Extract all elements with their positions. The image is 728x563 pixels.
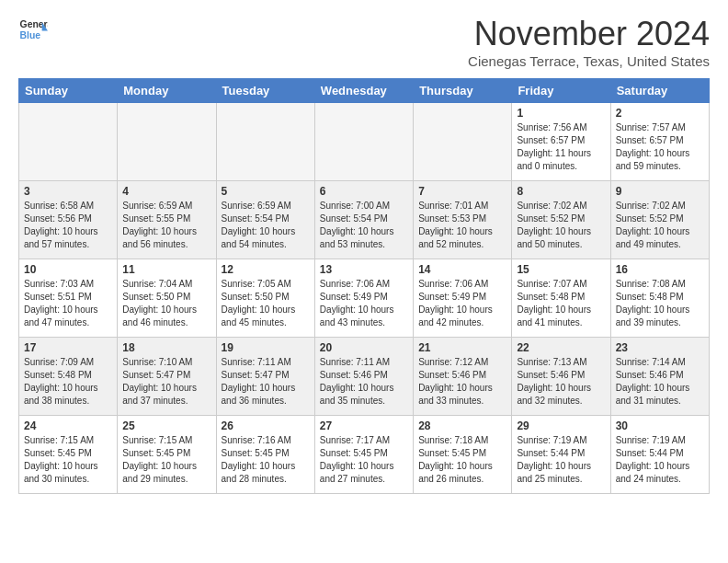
day-number: 13: [320, 263, 408, 276]
calendar-cell: 30Sunrise: 7:19 AM Sunset: 5:44 PM Dayli…: [610, 416, 709, 494]
weekday-header-saturday: Saturday: [610, 79, 709, 103]
calendar-cell: 8Sunrise: 7:02 AM Sunset: 5:52 PM Daylig…: [512, 181, 610, 259]
calendar-cell: 27Sunrise: 7:17 AM Sunset: 5:45 PM Dayli…: [314, 416, 413, 494]
calendar-cell: [216, 103, 314, 181]
calendar-table: SundayMondayTuesdayWednesdayThursdayFrid…: [18, 78, 710, 494]
day-number: 7: [418, 185, 506, 198]
calendar-cell: 17Sunrise: 7:09 AM Sunset: 5:48 PM Dayli…: [19, 338, 118, 416]
day-info: Sunrise: 7:19 AM Sunset: 5:44 PM Dayligh…: [616, 434, 704, 486]
day-number: 27: [320, 419, 408, 432]
day-info: Sunrise: 7:11 AM Sunset: 5:46 PM Dayligh…: [320, 356, 408, 408]
day-number: 6: [320, 185, 408, 198]
day-number: 10: [24, 263, 112, 276]
calendar-cell: 16Sunrise: 7:08 AM Sunset: 5:48 PM Dayli…: [610, 259, 709, 338]
calendar-cell: 21Sunrise: 7:12 AM Sunset: 5:46 PM Dayli…: [414, 338, 512, 416]
calendar-cell: 29Sunrise: 7:19 AM Sunset: 5:44 PM Dayli…: [512, 416, 610, 494]
day-number: 19: [222, 341, 310, 354]
day-number: 29: [517, 419, 605, 432]
calendar-cell: 15Sunrise: 7:07 AM Sunset: 5:48 PM Dayli…: [512, 259, 610, 338]
logo: General Blue: [18, 15, 48, 44]
day-info: Sunrise: 7:10 AM Sunset: 5:47 PM Dayligh…: [122, 356, 210, 408]
day-info: Sunrise: 7:00 AM Sunset: 5:54 PM Dayligh…: [320, 200, 408, 251]
day-number: 26: [222, 419, 310, 432]
calendar-cell: 7Sunrise: 7:01 AM Sunset: 5:53 PM Daylig…: [414, 181, 512, 259]
day-number: 11: [122, 263, 210, 276]
calendar-cell: 9Sunrise: 7:02 AM Sunset: 5:52 PM Daylig…: [610, 181, 709, 259]
calendar-cell: 19Sunrise: 7:11 AM Sunset: 5:47 PM Dayli…: [216, 338, 314, 416]
day-info: Sunrise: 7:56 AM Sunset: 6:57 PM Dayligh…: [517, 121, 605, 173]
calendar-cell: 4Sunrise: 6:59 AM Sunset: 5:55 PM Daylig…: [118, 181, 216, 259]
day-number: 25: [122, 419, 210, 432]
calendar-cell: 28Sunrise: 7:18 AM Sunset: 5:45 PM Dayli…: [414, 416, 512, 494]
weekday-header-friday: Friday: [512, 79, 610, 103]
day-info: Sunrise: 6:59 AM Sunset: 5:54 PM Dayligh…: [222, 200, 310, 251]
calendar-cell: 10Sunrise: 7:03 AM Sunset: 5:51 PM Dayli…: [19, 259, 118, 338]
day-info: Sunrise: 7:12 AM Sunset: 5:46 PM Dayligh…: [418, 356, 506, 408]
calendar-cell: 25Sunrise: 7:15 AM Sunset: 5:45 PM Dayli…: [118, 416, 216, 494]
calendar-cell: 11Sunrise: 7:04 AM Sunset: 5:50 PM Dayli…: [118, 259, 216, 338]
day-number: 28: [418, 419, 506, 432]
day-info: Sunrise: 7:06 AM Sunset: 5:49 PM Dayligh…: [320, 278, 408, 329]
location-title: Cienegas Terrace, Texas, United States: [468, 53, 710, 69]
week-row-4: 17Sunrise: 7:09 AM Sunset: 5:48 PM Dayli…: [19, 338, 710, 416]
weekday-header-wednesday: Wednesday: [314, 79, 413, 103]
calendar-cell: 12Sunrise: 7:05 AM Sunset: 5:50 PM Dayli…: [216, 259, 314, 338]
calendar-cell: 3Sunrise: 6:58 AM Sunset: 5:56 PM Daylig…: [19, 181, 118, 259]
day-number: 5: [222, 185, 310, 198]
header: General Blue November 2024 Cienegas Terr…: [18, 15, 710, 69]
calendar-cell: 23Sunrise: 7:14 AM Sunset: 5:46 PM Dayli…: [610, 338, 709, 416]
calendar-cell: [414, 103, 512, 181]
day-info: Sunrise: 7:05 AM Sunset: 5:50 PM Dayligh…: [222, 278, 310, 329]
calendar-cell: 20Sunrise: 7:11 AM Sunset: 5:46 PM Dayli…: [314, 338, 413, 416]
day-number: 16: [616, 263, 704, 276]
weekday-header-sunday: Sunday: [19, 79, 118, 103]
logo-icon: General Blue: [18, 15, 48, 44]
day-number: 17: [24, 341, 112, 354]
week-row-3: 10Sunrise: 7:03 AM Sunset: 5:51 PM Dayli…: [19, 259, 710, 338]
day-info: Sunrise: 7:13 AM Sunset: 5:46 PM Dayligh…: [517, 356, 605, 408]
day-number: 23: [616, 341, 704, 354]
day-info: Sunrise: 7:04 AM Sunset: 5:50 PM Dayligh…: [122, 278, 210, 329]
day-info: Sunrise: 7:15 AM Sunset: 5:45 PM Dayligh…: [122, 434, 210, 486]
day-info: Sunrise: 7:03 AM Sunset: 5:51 PM Dayligh…: [24, 278, 112, 329]
calendar-cell: 26Sunrise: 7:16 AM Sunset: 5:45 PM Dayli…: [216, 416, 314, 494]
day-number: 9: [616, 185, 704, 198]
week-row-2: 3Sunrise: 6:58 AM Sunset: 5:56 PM Daylig…: [19, 181, 710, 259]
day-number: 2: [616, 107, 704, 120]
day-info: Sunrise: 7:18 AM Sunset: 5:45 PM Dayligh…: [418, 434, 506, 486]
calendar-cell: 2Sunrise: 7:57 AM Sunset: 6:57 PM Daylig…: [610, 103, 709, 181]
day-info: Sunrise: 7:15 AM Sunset: 5:45 PM Dayligh…: [24, 434, 112, 486]
weekday-header-tuesday: Tuesday: [216, 79, 314, 103]
day-info: Sunrise: 6:59 AM Sunset: 5:55 PM Dayligh…: [122, 200, 210, 251]
calendar-cell: [314, 103, 413, 181]
calendar-cell: 24Sunrise: 7:15 AM Sunset: 5:45 PM Dayli…: [19, 416, 118, 494]
month-title: November 2024: [468, 15, 710, 53]
svg-text:Blue: Blue: [20, 30, 41, 40]
day-number: 4: [122, 185, 210, 198]
calendar-cell: 14Sunrise: 7:06 AM Sunset: 5:49 PM Dayli…: [414, 259, 512, 338]
day-info: Sunrise: 7:09 AM Sunset: 5:48 PM Dayligh…: [24, 356, 112, 408]
calendar-cell: [19, 103, 118, 181]
day-info: Sunrise: 7:14 AM Sunset: 5:46 PM Dayligh…: [616, 356, 704, 408]
day-info: Sunrise: 7:19 AM Sunset: 5:44 PM Dayligh…: [517, 434, 605, 486]
day-info: Sunrise: 7:06 AM Sunset: 5:49 PM Dayligh…: [418, 278, 506, 329]
weekday-header-row: SundayMondayTuesdayWednesdayThursdayFrid…: [19, 79, 710, 103]
day-info: Sunrise: 7:16 AM Sunset: 5:45 PM Dayligh…: [222, 434, 310, 486]
day-info: Sunrise: 6:58 AM Sunset: 5:56 PM Dayligh…: [24, 200, 112, 251]
title-area: November 2024 Cienegas Terrace, Texas, U…: [468, 15, 710, 69]
day-number: 22: [517, 341, 605, 354]
calendar-cell: 6Sunrise: 7:00 AM Sunset: 5:54 PM Daylig…: [314, 181, 413, 259]
day-number: 1: [517, 107, 605, 120]
day-info: Sunrise: 7:57 AM Sunset: 6:57 PM Dayligh…: [616, 121, 704, 173]
calendar-cell: 22Sunrise: 7:13 AM Sunset: 5:46 PM Dayli…: [512, 338, 610, 416]
day-number: 20: [320, 341, 408, 354]
calendar-cell: [118, 103, 216, 181]
calendar-cell: 1Sunrise: 7:56 AM Sunset: 6:57 PM Daylig…: [512, 103, 610, 181]
day-info: Sunrise: 7:01 AM Sunset: 5:53 PM Dayligh…: [418, 200, 506, 251]
week-row-1: 1Sunrise: 7:56 AM Sunset: 6:57 PM Daylig…: [19, 103, 710, 181]
weekday-header-thursday: Thursday: [414, 79, 512, 103]
day-number: 18: [122, 341, 210, 354]
day-info: Sunrise: 7:02 AM Sunset: 5:52 PM Dayligh…: [517, 200, 605, 251]
day-info: Sunrise: 7:02 AM Sunset: 5:52 PM Dayligh…: [616, 200, 704, 251]
day-number: 21: [418, 341, 506, 354]
